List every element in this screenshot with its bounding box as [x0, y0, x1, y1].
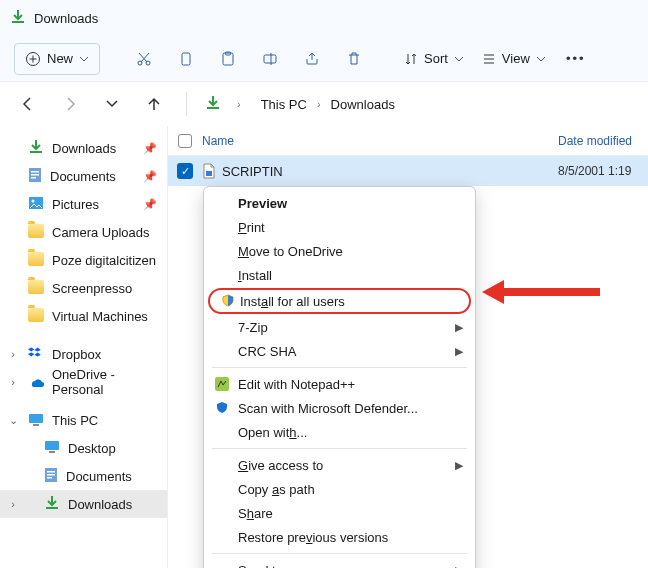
menu-item[interactable]: Give access to▶	[204, 453, 475, 477]
forward-button[interactable]	[56, 90, 84, 118]
svg-rect-16	[49, 451, 55, 453]
svg-rect-6	[264, 55, 276, 63]
scissors-icon	[136, 51, 152, 67]
menu-label: Share	[238, 506, 273, 521]
sidebar-item[interactable]: Camera Uploads	[0, 218, 167, 246]
more-button[interactable]: •••	[558, 43, 594, 75]
folder-icon	[28, 224, 44, 241]
menu-item[interactable]: Send to▶	[204, 558, 475, 568]
breadcrumb-item[interactable]: This PC	[257, 95, 311, 114]
row-checkbox[interactable]: ✓	[177, 163, 193, 179]
cut-button[interactable]	[126, 43, 162, 75]
menu-separator	[212, 553, 467, 554]
menu-item[interactable]: Install for all users	[208, 288, 471, 314]
sidebar-item[interactable]: Poze digitalcitizen	[0, 246, 167, 274]
sidebar-item[interactable]: ›Dropbox	[0, 340, 167, 368]
rename-button[interactable]	[252, 43, 288, 75]
rename-icon	[262, 51, 278, 67]
sidebar-item[interactable]: Documents📌	[0, 162, 167, 190]
share-button[interactable]	[294, 43, 330, 75]
menu-label: Send to	[238, 563, 283, 569]
chevron-down-icon	[79, 54, 89, 64]
sidebar-label: Desktop	[68, 441, 116, 456]
menu-item[interactable]: CRC SHA▶	[204, 339, 475, 363]
new-button[interactable]: New	[14, 43, 100, 75]
file-row[interactable]: ✓ SCRIPTIN 8/5/2001 1:19	[168, 156, 648, 186]
chevron-right-icon[interactable]: ›	[6, 376, 20, 388]
sidebar-item[interactable]: Pictures📌	[0, 190, 167, 218]
up-button[interactable]	[140, 90, 168, 118]
svg-rect-21	[206, 171, 212, 176]
menu-item[interactable]: Restore previous versions	[204, 525, 475, 549]
svg-rect-20	[47, 477, 52, 479]
menu-item[interactable]: Edit with Notepad++	[204, 372, 475, 396]
npp-icon	[214, 376, 230, 392]
context-menu: PreviewPrintMove to OneDriveInstallInsta…	[203, 186, 476, 568]
menu-item[interactable]: Copy as path	[204, 477, 475, 501]
menu-item[interactable]: Share	[204, 501, 475, 525]
monitor-icon	[28, 413, 44, 427]
select-all-checkbox[interactable]	[178, 134, 192, 148]
chevron-down-icon[interactable]: ⌄	[6, 414, 20, 427]
sidebar-label: Pictures	[52, 197, 99, 212]
folder-icon	[28, 252, 44, 269]
sidebar-item[interactable]: Downloads📌	[0, 134, 167, 162]
paste-button[interactable]	[210, 43, 246, 75]
sort-button[interactable]: Sort	[398, 43, 470, 75]
menu-label: Print	[238, 220, 265, 235]
sidebar-label: Dropbox	[52, 347, 101, 362]
sidebar-label: Virtual Machines	[52, 309, 148, 324]
copy-button[interactable]	[168, 43, 204, 75]
column-date[interactable]: Date modified	[558, 134, 648, 148]
sidebar-item[interactable]: ›Downloads	[0, 490, 167, 518]
menu-label: Give access to	[238, 458, 323, 473]
chevron-down-icon	[536, 54, 546, 64]
sidebar-item[interactable]: Virtual Machines	[0, 302, 167, 330]
menu-label: Install for all users	[240, 294, 345, 309]
file-icon	[202, 163, 216, 179]
window-title: Downloads	[34, 11, 98, 26]
recent-button[interactable]	[98, 90, 126, 118]
delete-button[interactable]	[336, 43, 372, 75]
sidebar-label: Downloads	[68, 497, 132, 512]
sidebar-item[interactable]: ›OneDrive - Personal	[0, 368, 167, 396]
folder-icon	[28, 280, 44, 297]
chevron-down-icon	[454, 54, 464, 64]
view-button[interactable]: View	[476, 43, 552, 75]
sidebar-label: Downloads	[52, 141, 116, 156]
chevron-right-icon: ▶	[455, 459, 463, 472]
chevron-right-icon[interactable]: ›	[315, 98, 323, 110]
ellipsis-icon: •••	[566, 51, 586, 66]
menu-item[interactable]: Install	[204, 263, 475, 287]
chevron-right-icon[interactable]: ›	[6, 498, 20, 510]
toolbar: New Sort View •••	[0, 36, 648, 82]
share-icon	[304, 51, 320, 67]
sidebar-item[interactable]: Screenpresso	[0, 274, 167, 302]
menu-item[interactable]: Scan with Microsoft Defender...	[204, 396, 475, 420]
chevron-right-icon[interactable]: ›	[235, 98, 243, 110]
sidebar-label: Poze digitalcitizen	[52, 253, 156, 268]
svg-rect-15	[45, 441, 59, 450]
title-bar: Downloads	[0, 0, 648, 36]
sidebar-item[interactable]: Documents	[0, 462, 167, 490]
onedrive-icon	[28, 375, 44, 390]
menu-label: Open with...	[238, 425, 307, 440]
menu-item[interactable]: Open with...	[204, 420, 475, 444]
menu-label: Scan with Microsoft Defender...	[238, 401, 418, 416]
svg-rect-18	[47, 471, 55, 473]
menu-item[interactable]: 7-Zip▶	[204, 315, 475, 339]
chevron-right-icon: ▶	[455, 321, 463, 334]
menu-item[interactable]: Move to OneDrive	[204, 239, 475, 263]
menu-item[interactable]: Preview	[204, 191, 475, 215]
sidebar-item-this-pc[interactable]: ⌄ This PC	[0, 406, 167, 434]
sidebar: Downloads📌Documents📌Pictures📌Camera Uplo…	[0, 126, 168, 568]
shield-icon	[220, 293, 236, 309]
column-name[interactable]: Name	[202, 134, 558, 148]
downloads-icon	[10, 9, 26, 28]
sidebar-item[interactable]: Desktop	[0, 434, 167, 462]
sidebar-label: Documents	[66, 469, 132, 484]
back-button[interactable]	[14, 90, 42, 118]
chevron-right-icon[interactable]: ›	[6, 348, 20, 360]
menu-item[interactable]: Print	[204, 215, 475, 239]
breadcrumb-item[interactable]: Downloads	[327, 95, 399, 114]
